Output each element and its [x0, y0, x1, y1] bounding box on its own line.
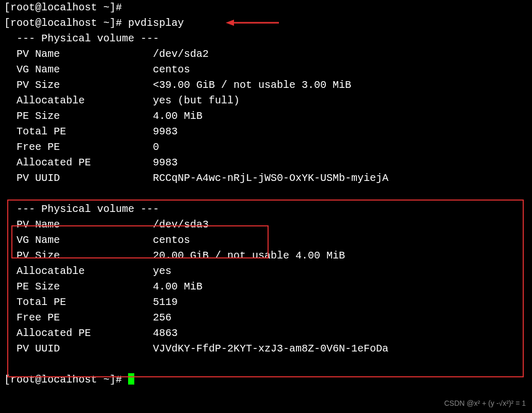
pv2-vgname-row: VG Name centos — [4, 234, 190, 246]
pv2-alloc-row: Allocatable yes — [4, 265, 171, 277]
pv1-freepe-row: Free PE 0 — [4, 141, 159, 153]
prompt-line: [root@localhost ~]# pvdisplay — [4, 17, 184, 29]
pv1-vgname-row: VG Name centos — [4, 64, 190, 75]
pv1-pesize-row: PE Size 4.00 MiB — [4, 110, 202, 122]
command: pvdisplay — [128, 17, 184, 29]
pv1-totalpe-row: Total PE 9983 — [4, 126, 178, 137]
pv2-name-row: PV Name /dev/sda3 — [4, 219, 209, 231]
blank-line — [4, 188, 23, 200]
terminal-output[interactable]: [root@localhost ~]# [root@localhost ~]# … — [0, 0, 532, 388]
pv-section-header: --- Physical volume --- — [4, 33, 159, 44]
pv2-totalpe-row: Total PE 5119 — [4, 296, 178, 308]
pv1-name-row: PV Name /dev/sda2 — [4, 48, 209, 60]
cursor-icon — [128, 373, 134, 385]
pv1-size-row: PV Size <39.00 GiB / not usable 3.00 MiB — [4, 79, 351, 91]
pv2-allocpe-row: Allocated PE 4863 — [4, 327, 178, 339]
prompt-idle[interactable]: [root@localhost ~]# — [4, 374, 134, 386]
pv-section-header-2: --- Physical volume --- — [4, 203, 159, 215]
pv2-pesize-row: PE Size 4.00 MiB — [4, 281, 202, 293]
pv2-size-row: PV Size 20.00 GiB / not usable 4.00 MiB — [4, 250, 345, 262]
pv1-alloc-row: Allocatable yes (but full) — [4, 95, 240, 106]
prompt-line-partial: [root@localhost ~]# — [4, 2, 122, 13]
pv2-uuid-row: PV UUID VJVdKY-FfdP-2KYT-xzJ3-am8Z-0V6N-… — [4, 343, 388, 355]
watermark-text: CSDN @x² + (y -√x²)² = 1 — [444, 398, 526, 409]
pv2-freepe-row: Free PE 256 — [4, 312, 171, 324]
pv1-allocpe-row: Allocated PE 9983 — [4, 157, 178, 169]
blank-line-2 — [4, 358, 23, 370]
pv1-uuid-row: PV UUID RCCqNP-A4wc-nRjL-jWS0-OxYK-USMb-… — [4, 172, 388, 184]
